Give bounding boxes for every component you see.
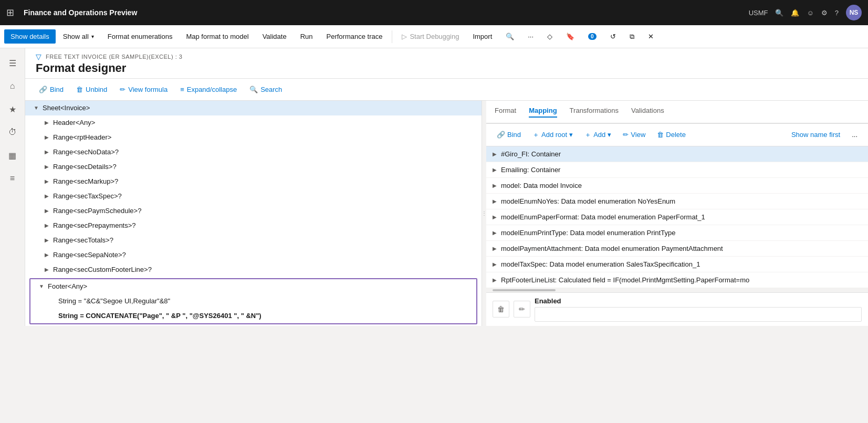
map-item-modelPaymentAttachment[interactable]: ▶ modelPaymentAttachment: Data model enu… xyxy=(486,241,868,257)
tree-item-sheet[interactable]: ▼ Sheet<Invoice> xyxy=(25,101,482,115)
more-mapping-button[interactable]: ... xyxy=(848,129,862,141)
map-item-modelTaxSpec[interactable]: ▶ modelTaxSpec: Data model enumeration S… xyxy=(486,257,868,272)
expand-right-icon: ▶ xyxy=(493,183,501,188)
bind-button[interactable]: 🔗 Bind xyxy=(34,83,69,96)
gear-icon[interactable]: ⚙ xyxy=(821,9,828,17)
expand-right-icon: ▶ xyxy=(43,251,51,259)
nav-favorites[interactable]: ★ xyxy=(2,99,23,120)
tree-item-header[interactable]: ▶ Header<Any> xyxy=(25,115,482,130)
chevron-down-icon: ▾ xyxy=(91,34,94,39)
expand-right-icon: ▶ xyxy=(493,214,501,220)
tree-scroll[interactable]: ▼ Sheet<Invoice> ▶ Header<Any> ▶ Range<r… xyxy=(25,101,482,326)
delete-bottom-button[interactable]: 🗑 xyxy=(493,301,509,318)
tree-item-secNoData[interactable]: ▶ Range<secNoData>? xyxy=(25,145,482,160)
tab-mapping[interactable]: Mapping xyxy=(529,107,557,118)
map-bind-button[interactable]: 🔗 Bind xyxy=(493,129,525,141)
open-in-new-button[interactable]: ⧉ xyxy=(623,29,641,44)
badge-count: 0 xyxy=(588,33,597,40)
expand-right-icon: ▶ xyxy=(43,148,51,156)
nav-workspaces[interactable]: ▦ xyxy=(2,145,23,166)
tab-validations[interactable]: Validations xyxy=(631,107,664,118)
expand-down-icon: ▼ xyxy=(32,104,40,112)
delete-button[interactable]: 🗑 Delete xyxy=(653,129,690,141)
refresh-button[interactable]: ↺ xyxy=(604,29,622,44)
bell-icon[interactable]: 🔔 xyxy=(791,9,799,17)
tree-item-secPrepayments[interactable]: ▶ Range<secPrepayments>? xyxy=(25,218,482,233)
expand-collapse-button[interactable]: ≡ Expand/collapse xyxy=(175,83,242,96)
badge-button[interactable]: 0 xyxy=(582,30,603,43)
app-title: Finance and Operations Preview xyxy=(24,8,744,17)
run-button[interactable]: Run xyxy=(294,29,319,44)
add-button[interactable]: ＋ Add ▾ xyxy=(580,128,615,142)
search-format-button[interactable]: 🔍 Search xyxy=(244,83,287,96)
mapping-pane: Format Mapping Transformations Validatio… xyxy=(486,101,868,326)
tree-item-secCustomFooterLine[interactable]: ▶ Range<secCustomFooterLine>? xyxy=(25,262,482,277)
tree-item-footer[interactable]: ▼ Footer<Any> xyxy=(30,279,476,294)
search-action-button[interactable]: 🔍 xyxy=(499,29,520,44)
page-title: Format designer xyxy=(36,61,857,76)
avatar[interactable]: NS xyxy=(846,5,862,20)
view-button[interactable]: ✏ View xyxy=(619,129,650,141)
map-item-model[interactable]: ▶ model: Data model Invoice xyxy=(486,178,868,194)
mapping-tree[interactable]: ▶ #Giro_FI: Container ▶ Emailing: Contai… xyxy=(486,146,868,288)
nav-all-modules[interactable]: ≡ xyxy=(2,168,23,189)
help-icon[interactable]: ? xyxy=(835,9,839,17)
tree-item-rptHeader[interactable]: ▶ Range<rptHeader> xyxy=(25,130,482,145)
map-item-rptFooterLineList[interactable]: ▶ RptFooterLineList: Calculated field = … xyxy=(486,272,868,288)
import-button[interactable]: Import xyxy=(466,29,498,44)
show-name-first-button[interactable]: Show name first xyxy=(787,129,844,141)
map-item-giro[interactable]: ▶ #Giro_FI: Container xyxy=(486,146,868,162)
bookmark-icon-button[interactable]: 🔖 xyxy=(560,29,581,44)
map-item-modelEnumNoYes[interactable]: ▶ modelEnumNoYes: Data model enumeration… xyxy=(486,194,868,209)
expand-right-icon: ▶ xyxy=(493,246,501,251)
grid-icon[interactable]: ⊞ xyxy=(6,7,14,18)
format-toolbar: 🔗 Bind 🗑 Unbind ✏ View formula ≡ Expand/… xyxy=(25,79,868,101)
expand-right-icon: ▶ xyxy=(493,167,501,173)
map-item-modelEnumPrintType[interactable]: ▶ modelEnumPrintType: Data model enumera… xyxy=(486,225,868,241)
start-debugging-button[interactable]: ▷ Start Debugging xyxy=(395,29,465,44)
nav-recent[interactable]: ⏱ xyxy=(2,122,23,143)
tree-item-footer-string2[interactable]: String = CONCATENATE("Page", " &P ", "@S… xyxy=(30,309,476,323)
main-layout: ☰ ⌂ ★ ⏱ ▦ ≡ ▽ FREE TEXT INVOICE (ER SAMP… xyxy=(0,48,868,326)
tree-item-secDetails[interactable]: ▶ Range<secDetails>? xyxy=(25,160,482,174)
close-button[interactable]: ✕ xyxy=(642,29,660,44)
map-format-to-model-button[interactable]: Map format to model xyxy=(180,29,255,44)
expand-right-icon: ▶ xyxy=(43,266,51,274)
performance-trace-button[interactable]: Performance trace xyxy=(320,29,389,44)
tree-item-footer-string1[interactable]: String = "&C&"Segoe UI,Regular"&8" xyxy=(30,294,476,309)
expand-icon: ≡ xyxy=(180,86,184,93)
tab-format[interactable]: Format xyxy=(495,107,516,118)
tree-item-secTotals[interactable]: ▶ Range<secTotals>? xyxy=(25,233,482,248)
view-formula-button[interactable]: ✏ View formula xyxy=(114,83,173,96)
search-icon[interactable]: 🔍 xyxy=(775,9,783,17)
more-actions-button[interactable]: ··· xyxy=(521,29,540,44)
map-item-modelEnumPaperFormat[interactable]: ▶ modelEnumPaperFormat: Data model enume… xyxy=(486,209,868,225)
footer-section: ▼ Footer<Any> String = "&C&"Segoe UI,Reg… xyxy=(29,278,477,324)
smiley-icon[interactable]: ☺ xyxy=(807,9,813,17)
show-details-button[interactable]: Show details xyxy=(4,29,56,44)
validate-button[interactable]: Validate xyxy=(256,29,293,44)
tree-item-secSepaNote[interactable]: ▶ Range<secSepaNote>? xyxy=(25,248,482,262)
horizontal-scrollbar[interactable] xyxy=(493,289,556,291)
expand-right-icon: ▶ xyxy=(493,230,501,236)
tree-item-secTaxSpec[interactable]: ▶ Range<secTaxSpec>? xyxy=(25,189,482,204)
filter-icon[interactable]: ▽ xyxy=(36,52,41,61)
unbind-button[interactable]: 🗑 Unbind xyxy=(71,83,112,96)
formula-icon: ✏ xyxy=(120,86,126,93)
map-item-emailing[interactable]: ▶ Emailing: Container xyxy=(486,162,868,178)
tree-item-secMarkup[interactable]: ▶ Range<secMarkup>? xyxy=(25,174,482,189)
add-root-button[interactable]: ＋ Add root ▾ xyxy=(528,128,577,142)
format-enumerations-button[interactable]: Format enumerations xyxy=(101,29,179,44)
enabled-label: Enabled xyxy=(535,297,862,305)
nav-hamburger[interactable]: ☰ xyxy=(2,52,23,73)
chevron-down-icon: ▾ xyxy=(569,131,573,139)
tree-item-secPaymSchedule[interactable]: ▶ Range<secPaymSchedule>? xyxy=(25,204,482,218)
nav-home[interactable]: ⌂ xyxy=(2,76,23,97)
edit-bottom-button[interactable]: ✏ xyxy=(514,301,530,318)
diamond-icon-button[interactable]: ◇ xyxy=(541,29,559,44)
tab-transformations[interactable]: Transformations xyxy=(570,107,619,118)
enabled-input[interactable] xyxy=(535,307,862,322)
chevron-down-icon: ▾ xyxy=(608,131,611,139)
pane-splitter[interactable]: ⋮ xyxy=(482,101,486,326)
show-all-button[interactable]: Show all ▾ xyxy=(57,29,100,44)
